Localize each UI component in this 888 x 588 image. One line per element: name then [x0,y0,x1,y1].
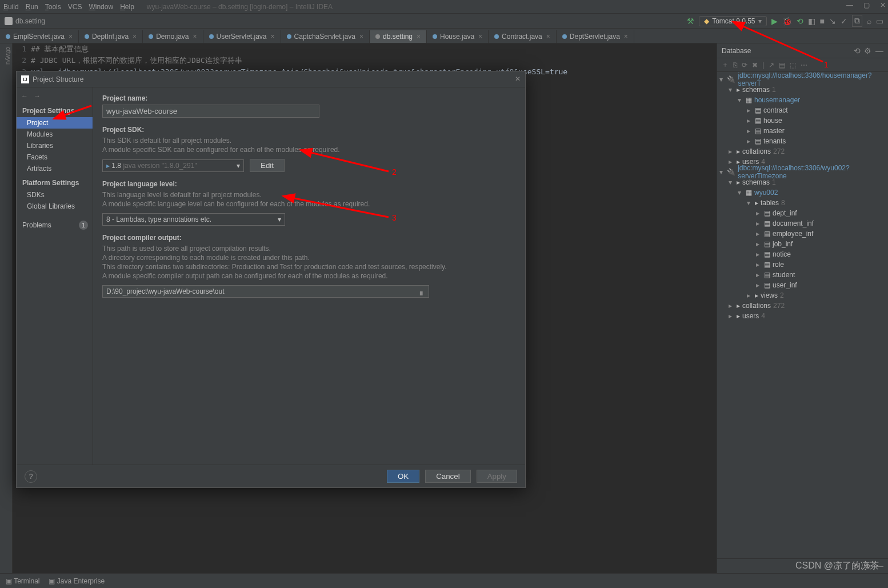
run-config-select[interactable]: ◆Tomcat 9.0.55▾ [699,16,766,26]
close-tab-icon[interactable]: × [624,33,628,41]
window-controls: — ▢ ✕ [846,1,886,9]
paste-icon[interactable]: ⎘ [733,61,737,69]
project-sdk-select[interactable]: ▸ 1.8 java version "1.8.0_291"▾ [102,159,244,172]
close-tab-icon[interactable]: × [133,33,137,41]
tab-db-setting[interactable]: db.setting× [370,30,427,43]
schema-wyu002[interactable]: ▾▦ wyu002 [719,187,886,198]
menu-run[interactable]: Run [26,3,38,11]
search-icon[interactable]: ⌕ [867,17,871,26]
table-house[interactable]: ▸▤ house [719,115,886,126]
sidebar-item-global-libraries[interactable]: Global Libraries [17,201,93,212]
tab-EmplServlet-java[interactable]: EmplServlet.java× [0,30,79,43]
close-tab-icon[interactable]: × [546,33,550,41]
structure-icon[interactable]: ⧉ [852,15,862,27]
sidebar-item-project[interactable]: Project [17,117,93,129]
table-notice[interactable]: ▸▤ notice [719,249,886,259]
table-tenants[interactable]: ▸▤ tenants [719,136,886,146]
close-tab-icon[interactable]: × [193,33,197,41]
sidebar-item-artifacts[interactable]: Artifacts [17,163,93,174]
run-icon[interactable]: ▶ [771,17,778,26]
tab-UserServlet-java[interactable]: UserServlet.java× [203,30,281,43]
table-document_inf[interactable]: ▸▤ document_inf [719,218,886,229]
table-dept_inf[interactable]: ▸▤ dept_inf [719,208,886,218]
table-master[interactable]: ▸▤ master [719,126,886,136]
tab-Demo-java[interactable]: Demo.java× [143,30,203,43]
table-employee_inf[interactable]: ▸▤ employee_inf [719,229,886,239]
sidebar-item-libraries[interactable]: Libraries [17,140,93,151]
diff-icon[interactable]: ⬚ [790,61,796,69]
add-icon[interactable]: ＋ [722,60,729,70]
collations-1[interactable]: ▸▸ collations 272 [719,146,886,157]
sidebar-item-modules[interactable]: Modules [17,129,93,140]
schema-housemanager[interactable]: ▾▦ housemanager [719,95,886,105]
ok-button[interactable]: OK [387,470,419,483]
sidebar-item-problems[interactable]: Problems1 [17,219,93,231]
java-enterprise-tab[interactable]: ▣ Java Enterprise [49,577,105,585]
table-user_inf[interactable]: ▸▤ user_inf [719,280,886,290]
browse-icon[interactable]: ▖ [420,287,425,295]
menu-help[interactable]: Help [120,3,134,11]
datasource-2[interactable]: ▾🔌 jdbc:mysql://localhost:3306/wyu002?se… [719,167,886,177]
compiler-output-input[interactable]: D:\90_project\wyu-javaWeb-course\out▖ [102,285,429,298]
project-name-input[interactable] [102,105,319,118]
update-icon[interactable]: ↘ [829,17,836,26]
close-window-icon[interactable]: ✕ [880,1,886,9]
close-tab-icon[interactable]: × [69,33,73,41]
terminal-tab[interactable]: ▣ Terminal [6,577,39,585]
sync-icon[interactable]: ⟲ [854,46,861,55]
help-icon[interactable]: ? [25,470,37,483]
datasource-1[interactable]: ▾🔌 jdbc:mysql://localhost:3306/housemana… [719,74,886,85]
debug-icon[interactable]: 🐞 [782,17,792,26]
tab-DeptInf-java[interactable]: DeptInf.java× [79,30,143,43]
back-icon[interactable]: ← [21,92,28,100]
close-tab-icon[interactable]: × [417,33,421,41]
cancel-button[interactable]: Cancel [425,470,471,483]
table-job_inf[interactable]: ▸▤ job_inf [719,239,886,249]
toolbar-icon[interactable]: ▭ [876,17,883,26]
tab-Contract-java[interactable]: Contract.java× [489,30,557,43]
more-icon[interactable]: ⋯ [801,61,807,69]
language-level-select[interactable]: 8 - Lambdas, type annotations etc.▾ [102,213,285,226]
tab-CaptchaServlet-java[interactable]: CaptchaServlet.java× [281,30,370,43]
table-icon: ▤ [764,261,770,269]
menu-window[interactable]: Window [89,3,113,11]
menu-build[interactable]: Build [3,3,19,11]
tables-2[interactable]: ▾▸ tables 8 [719,198,886,208]
file-icon [85,34,89,39]
edit-sdk-button[interactable]: Edit [250,159,285,172]
maximize-icon[interactable]: ▢ [863,1,870,9]
menu-vcs[interactable]: VCS [68,3,82,11]
table-contract[interactable]: ▸▤ contract [719,105,886,115]
sidebar-item-sdks[interactable]: SDKs [17,189,93,201]
table-student[interactable]: ▸▤ student [719,270,886,280]
stop-icon[interactable]: ■ [820,17,825,26]
build-icon[interactable]: ⚒ [687,17,694,26]
tab-DeptServlet-java[interactable]: DeptServlet.java× [557,30,634,43]
gear-icon[interactable]: ⚙ [864,46,871,55]
database-tree[interactable]: ▾🔌 jdbc:mysql://localhost:3306/housemana… [717,72,888,558]
coverage-icon[interactable]: ⟲ [797,17,803,26]
breadcrumb[interactable]: db.setting [5,17,45,25]
close-tab-icon[interactable]: × [359,33,363,41]
menu-tools[interactable]: Tools [45,3,61,11]
hide-icon[interactable]: — [875,46,883,55]
console-icon[interactable]: ▤ [779,61,785,69]
jump-icon[interactable]: ↗ [769,61,774,69]
stop-icon[interactable]: ✖ [752,61,758,69]
forward-icon[interactable]: → [34,92,41,100]
refresh-icon[interactable]: ⟳ [742,61,747,69]
minimize-icon[interactable]: — [846,1,853,9]
sidebar-item-facets[interactable]: Facets [17,151,93,163]
profiler-icon[interactable]: ◧ [808,17,815,26]
collations-2[interactable]: ▸▸ collations 272 [719,301,886,311]
table-icon: ▤ [764,209,770,217]
views-2[interactable]: ▸▸ views 2 [719,290,886,301]
commit-icon[interactable]: ✓ [841,17,847,26]
tab-House-java[interactable]: House.java× [427,30,489,43]
close-tab-icon[interactable]: × [271,33,275,41]
apply-button[interactable]: Apply [477,470,517,483]
close-tab-icon[interactable]: × [478,33,482,41]
users-2[interactable]: ▸▸ users 4 [719,311,886,321]
close-icon[interactable]: ✕ [515,75,521,83]
table-role[interactable]: ▸▤ role [719,259,886,270]
